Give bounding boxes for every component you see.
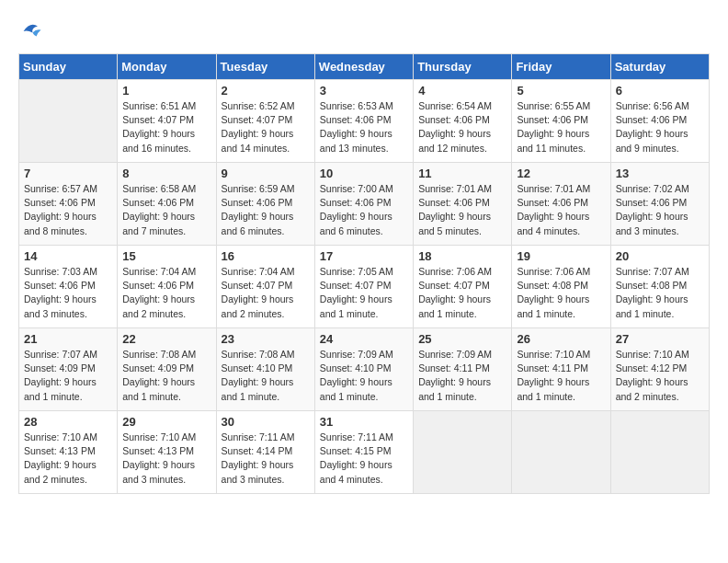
- day-number: 4: [418, 84, 506, 98]
- calendar-cell: [414, 411, 512, 494]
- calendar-cell: 10 Sunrise: 7:00 AMSunset: 4:06 PMDaylig…: [314, 163, 413, 246]
- day-number: 6: [616, 84, 704, 98]
- day-number: 24: [320, 332, 408, 346]
- cell-info: Sunrise: 7:01 AMSunset: 4:06 PMDaylight:…: [517, 182, 605, 238]
- day-number: 26: [517, 332, 605, 346]
- weekday-header-saturday: Saturday: [610, 54, 709, 80]
- cell-info: Sunrise: 7:11 AMSunset: 4:14 PMDaylight:…: [222, 431, 310, 487]
- day-number: 28: [24, 415, 112, 429]
- cell-info: Sunrise: 6:54 AMSunset: 4:06 PMDaylight:…: [418, 99, 506, 155]
- calendar-week-2: 7 Sunrise: 6:57 AMSunset: 4:06 PMDayligh…: [19, 163, 710, 246]
- cell-info: Sunrise: 7:00 AMSunset: 4:06 PMDaylight:…: [320, 182, 408, 238]
- calendar-cell: 19 Sunrise: 7:06 AMSunset: 4:08 PMDaylig…: [512, 246, 610, 328]
- calendar-cell: 4 Sunrise: 6:54 AMSunset: 4:06 PMDayligh…: [414, 80, 512, 163]
- day-number: 17: [320, 249, 408, 263]
- day-number: 18: [418, 249, 506, 263]
- cell-info: Sunrise: 7:10 AMSunset: 4:12 PMDaylight:…: [616, 348, 704, 404]
- calendar-cell: 31 Sunrise: 7:11 AMSunset: 4:15 PMDaylig…: [314, 411, 413, 494]
- day-number: 15: [122, 249, 210, 263]
- cell-info: Sunrise: 7:04 AMSunset: 4:07 PMDaylight:…: [222, 265, 310, 321]
- cell-info: Sunrise: 7:02 AMSunset: 4:06 PMDaylight:…: [616, 182, 704, 238]
- logo: [18, 18, 48, 44]
- calendar-week-4: 21 Sunrise: 7:07 AMSunset: 4:09 PMDaylig…: [19, 328, 710, 411]
- day-number: 21: [24, 332, 112, 346]
- calendar-cell: 1 Sunrise: 6:51 AMSunset: 4:07 PMDayligh…: [118, 80, 216, 163]
- day-number: 20: [616, 249, 704, 263]
- cell-info: Sunrise: 7:08 AMSunset: 4:10 PMDaylight:…: [222, 348, 310, 404]
- cell-info: Sunrise: 7:10 AMSunset: 4:13 PMDaylight:…: [24, 431, 112, 487]
- day-number: 22: [122, 332, 210, 346]
- cell-info: Sunrise: 6:53 AMSunset: 4:06 PMDaylight:…: [320, 99, 408, 155]
- cell-info: Sunrise: 7:09 AMSunset: 4:10 PMDaylight:…: [320, 348, 408, 404]
- calendar-header-row: SundayMondayTuesdayWednesdayThursdayFrid…: [19, 54, 710, 80]
- calendar-week-1: 1 Sunrise: 6:51 AMSunset: 4:07 PMDayligh…: [19, 80, 710, 163]
- day-number: 11: [418, 167, 506, 180]
- weekday-header-monday: Monday: [118, 54, 216, 80]
- day-number: 23: [222, 332, 310, 346]
- calendar-cell: 14 Sunrise: 7:03 AMSunset: 4:06 PMDaylig…: [19, 246, 118, 328]
- calendar-cell: [610, 411, 709, 494]
- cell-info: Sunrise: 7:05 AMSunset: 4:07 PMDaylight:…: [320, 265, 408, 321]
- calendar-cell: [19, 80, 118, 163]
- calendar-cell: 23 Sunrise: 7:08 AMSunset: 4:10 PMDaylig…: [216, 328, 314, 411]
- calendar-cell: 7 Sunrise: 6:57 AMSunset: 4:06 PMDayligh…: [19, 163, 118, 246]
- cell-info: Sunrise: 7:10 AMSunset: 4:11 PMDaylight:…: [517, 348, 605, 404]
- calendar-cell: 20 Sunrise: 7:07 AMSunset: 4:08 PMDaylig…: [610, 246, 709, 328]
- cell-info: Sunrise: 6:55 AMSunset: 4:06 PMDaylight:…: [517, 99, 605, 155]
- day-number: 30: [222, 415, 310, 429]
- cell-info: Sunrise: 7:10 AMSunset: 4:13 PMDaylight:…: [122, 431, 210, 487]
- cell-info: Sunrise: 7:09 AMSunset: 4:11 PMDaylight:…: [418, 348, 506, 404]
- calendar-cell: 24 Sunrise: 7:09 AMSunset: 4:10 PMDaylig…: [314, 328, 413, 411]
- calendar-cell: 17 Sunrise: 7:05 AMSunset: 4:07 PMDaylig…: [314, 246, 413, 328]
- calendar-cell: 27 Sunrise: 7:10 AMSunset: 4:12 PMDaylig…: [610, 328, 709, 411]
- cell-info: Sunrise: 6:51 AMSunset: 4:07 PMDaylight:…: [122, 99, 210, 155]
- calendar-cell: 26 Sunrise: 7:10 AMSunset: 4:11 PMDaylig…: [512, 328, 610, 411]
- calendar-cell: 28 Sunrise: 7:10 AMSunset: 4:13 PMDaylig…: [19, 411, 118, 494]
- day-number: 1: [122, 84, 210, 98]
- cell-info: Sunrise: 6:56 AMSunset: 4:06 PMDaylight:…: [616, 99, 704, 155]
- day-number: 10: [320, 167, 408, 180]
- calendar-cell: 8 Sunrise: 6:58 AMSunset: 4:06 PMDayligh…: [118, 163, 216, 246]
- calendar-cell: 9 Sunrise: 6:59 AMSunset: 4:06 PMDayligh…: [216, 163, 314, 246]
- day-number: 25: [418, 332, 506, 346]
- day-number: 8: [122, 167, 210, 180]
- cell-info: Sunrise: 7:04 AMSunset: 4:06 PMDaylight:…: [122, 265, 210, 321]
- cell-info: Sunrise: 7:06 AMSunset: 4:08 PMDaylight:…: [517, 265, 605, 321]
- cell-info: Sunrise: 6:58 AMSunset: 4:06 PMDaylight:…: [122, 182, 210, 238]
- cell-info: Sunrise: 6:52 AMSunset: 4:07 PMDaylight:…: [222, 99, 310, 155]
- cell-info: Sunrise: 7:03 AMSunset: 4:06 PMDaylight:…: [24, 265, 112, 321]
- day-number: 31: [320, 415, 408, 429]
- calendar-cell: 13 Sunrise: 7:02 AMSunset: 4:06 PMDaylig…: [610, 163, 709, 246]
- cell-info: Sunrise: 7:06 AMSunset: 4:07 PMDaylight:…: [418, 265, 506, 321]
- calendar-week-3: 14 Sunrise: 7:03 AMSunset: 4:06 PMDaylig…: [19, 246, 710, 328]
- cell-info: Sunrise: 7:08 AMSunset: 4:09 PMDaylight:…: [122, 348, 210, 404]
- calendar-cell: 6 Sunrise: 6:56 AMSunset: 4:06 PMDayligh…: [610, 80, 709, 163]
- calendar-cell: 3 Sunrise: 6:53 AMSunset: 4:06 PMDayligh…: [314, 80, 413, 163]
- calendar-cell: 22 Sunrise: 7:08 AMSunset: 4:09 PMDaylig…: [118, 328, 216, 411]
- calendar-cell: 25 Sunrise: 7:09 AMSunset: 4:11 PMDaylig…: [414, 328, 512, 411]
- calendar-cell: 12 Sunrise: 7:01 AMSunset: 4:06 PMDaylig…: [512, 163, 610, 246]
- calendar-cell: 30 Sunrise: 7:11 AMSunset: 4:14 PMDaylig…: [216, 411, 314, 494]
- weekday-header-friday: Friday: [512, 54, 610, 80]
- day-number: 3: [320, 84, 408, 98]
- weekday-header-thursday: Thursday: [414, 54, 512, 80]
- cell-info: Sunrise: 7:11 AMSunset: 4:15 PMDaylight:…: [320, 431, 408, 487]
- calendar-cell: 2 Sunrise: 6:52 AMSunset: 4:07 PMDayligh…: [216, 80, 314, 163]
- calendar-cell: 11 Sunrise: 7:01 AMSunset: 4:06 PMDaylig…: [414, 163, 512, 246]
- calendar-cell: 5 Sunrise: 6:55 AMSunset: 4:06 PMDayligh…: [512, 80, 610, 163]
- cell-info: Sunrise: 6:57 AMSunset: 4:06 PMDaylight:…: [24, 182, 112, 238]
- cell-info: Sunrise: 7:01 AMSunset: 4:06 PMDaylight:…: [418, 182, 506, 238]
- day-number: 5: [517, 84, 605, 98]
- day-number: 19: [517, 249, 605, 263]
- page-header: [18, 18, 710, 44]
- day-number: 2: [222, 84, 310, 98]
- calendar-week-5: 28 Sunrise: 7:10 AMSunset: 4:13 PMDaylig…: [19, 411, 710, 494]
- calendar-cell: 21 Sunrise: 7:07 AMSunset: 4:09 PMDaylig…: [19, 328, 118, 411]
- day-number: 16: [222, 249, 310, 263]
- day-number: 7: [24, 167, 112, 180]
- cell-info: Sunrise: 7:07 AMSunset: 4:09 PMDaylight:…: [24, 348, 112, 404]
- logo-icon: [18, 18, 44, 44]
- cell-info: Sunrise: 7:07 AMSunset: 4:08 PMDaylight:…: [616, 265, 704, 321]
- weekday-header-tuesday: Tuesday: [216, 54, 314, 80]
- calendar-cell: 29 Sunrise: 7:10 AMSunset: 4:13 PMDaylig…: [118, 411, 216, 494]
